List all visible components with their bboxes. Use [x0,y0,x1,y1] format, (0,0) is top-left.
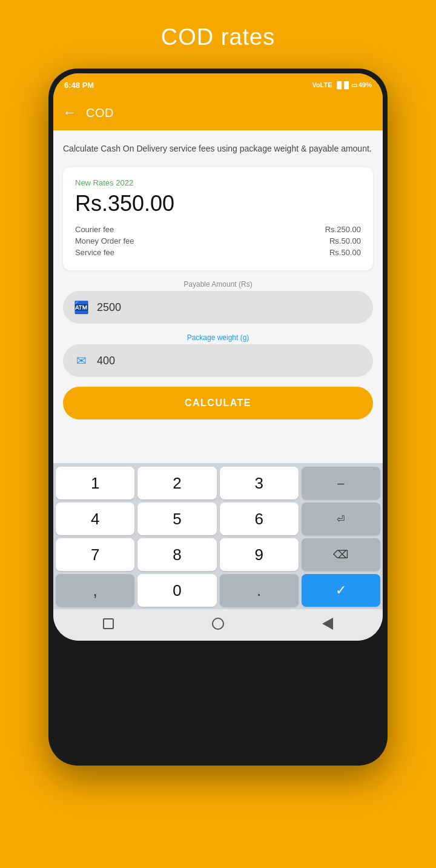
money-order-fee-label: Money Order fee [75,236,134,245]
key-confirm[interactable]: ✓ [302,574,380,607]
package-weight-field[interactable]: ✉ 400 [63,344,373,377]
service-fee-value: Rs.50.00 [329,248,361,257]
service-fee-row: Service fee Rs.50.00 [75,248,361,257]
key-backspace[interactable]: ⌫ [302,538,380,571]
key-9[interactable]: 9 [220,538,299,571]
nav-triangle-icon [322,618,333,630]
phone-frame: 6:48 PM VoLTE ▐▌█ ▭ 49% ← COD Calculate … [48,68,388,766]
envelope-icon: ✉ [73,353,90,368]
nav-back-button[interactable] [319,615,336,632]
key-6[interactable]: 6 [220,502,299,535]
key-minus[interactable]: – [302,467,380,499]
spacer [63,429,373,453]
courier-fee-row: Courier fee Rs.250.00 [75,225,361,234]
status-time: 6:48 PM [64,81,94,90]
money-order-fee-row: Money Order fee Rs.50.00 [75,236,361,245]
payable-amount-value: 2500 [97,301,121,314]
new-rates-label: New Rates 2022 [75,178,361,187]
courier-fee-label: Courier fee [75,225,114,234]
app-bar-title: COD [86,106,114,120]
nav-square-button[interactable] [100,615,117,632]
payable-amount-label: Payable Amount (Rs) [63,280,373,289]
calculate-button[interactable]: CALCULATE [63,387,373,419]
back-button[interactable]: ← [63,105,76,121]
key-2[interactable]: 2 [137,467,216,499]
payable-amount-group: Payable Amount (Rs) 🏧 2500 [63,280,373,324]
key-7[interactable]: 7 [56,538,134,571]
key-comma[interactable]: , [56,574,134,607]
key-dot[interactable]: . [220,574,299,607]
nav-home-button[interactable] [210,615,226,632]
app-bar: ← COD [53,95,383,130]
key-1[interactable]: 1 [56,467,134,499]
battery-icon: ▭ 49% [351,81,372,89]
phone-inner: 6:48 PM VoLTE ▐▌█ ▭ 49% ← COD Calculate … [53,73,383,641]
volte-icon: VoLTE [312,81,332,88]
description-text: Calculate Cash On Delivery service fees … [63,140,373,158]
nav-square-icon [103,618,114,629]
signal-icon: ▐▌█ [335,81,349,88]
key-8[interactable]: 8 [137,538,216,571]
key-5[interactable]: 5 [137,502,216,535]
key-4[interactable]: 4 [56,502,134,535]
payable-amount-field[interactable]: 🏧 2500 [63,291,373,324]
result-card: New Rates 2022 Rs.350.00 Courier fee Rs.… [63,167,373,270]
content-area: Calculate Cash On Delivery service fees … [53,130,383,463]
package-weight-label: Package weight (g) [63,333,373,342]
package-weight-group: Package weight (g) ✉ 400 [63,333,373,377]
courier-fee-value: Rs.250.00 [325,225,361,234]
key-0[interactable]: 0 [137,574,216,607]
key-tab[interactable]: ⏎ [302,502,380,535]
nav-bar [53,609,383,641]
status-bar: 6:48 PM VoLTE ▐▌█ ▭ 49% [53,73,383,95]
page-title: COD rates [161,24,275,50]
numeric-keyboard: 1 2 3 – 4 5 6 ⏎ 7 8 9 ⌫ , 0 . ✓ [53,463,383,609]
service-fee-label: Service fee [75,248,114,257]
key-3[interactable]: 3 [220,467,299,499]
status-icons: VoLTE ▐▌█ ▭ 49% [312,81,372,89]
nav-circle-icon [212,618,224,630]
total-amount: Rs.350.00 [75,191,361,216]
package-weight-value: 400 [97,355,115,367]
money-icon: 🏧 [73,300,90,315]
money-order-fee-value: Rs.50.00 [329,236,361,245]
